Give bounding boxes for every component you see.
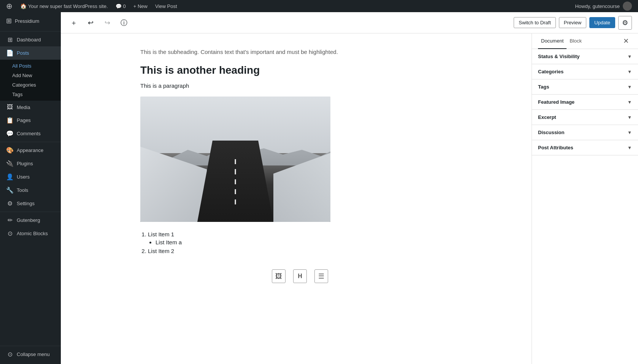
- howdy-item[interactable]: Howdy, gutencourse: [572, 0, 635, 12]
- list-sub-item-a[interactable]: List Item a: [156, 239, 460, 245]
- media-label: Media: [17, 104, 30, 110]
- appearance-icon: 🎨: [6, 147, 14, 154]
- site-name-label: Your new super fast WordPress site.: [28, 3, 108, 9]
- brand-icon: ⊞: [6, 17, 12, 25]
- post-subheading[interactable]: This is the subheading. Contains text th…: [140, 49, 460, 55]
- section-post-attributes-title: Post Attributes: [538, 145, 573, 150]
- sidebar-item-dashboard[interactable]: ⊞ Dashboard: [0, 33, 61, 46]
- post-image-block[interactable]: [140, 97, 330, 222]
- users-label: Users: [17, 174, 30, 180]
- update-button[interactable]: Update: [589, 17, 615, 28]
- sidebar-item-posts[interactable]: 📄 Posts: [0, 46, 61, 60]
- howdy-label: Howdy, gutencourse: [575, 3, 620, 9]
- panel-close-button[interactable]: ✕: [620, 34, 632, 48]
- submenu-add-new[interactable]: Add New: [12, 71, 61, 80]
- sidebar-item-gutenberg[interactable]: ✏ Gutenberg: [0, 214, 61, 227]
- info-button[interactable]: ⓘ: [117, 16, 131, 30]
- submenu-categories[interactable]: Categories: [12, 80, 61, 90]
- list-insert-icon: ☰: [318, 272, 324, 280]
- tab-block[interactable]: Block: [567, 33, 585, 49]
- tab-document[interactable]: Document: [538, 33, 567, 49]
- sidebar-item-tools[interactable]: 🔧 Tools: [0, 184, 61, 197]
- list-item-2[interactable]: List Item 2: [148, 248, 460, 254]
- plugins-label: Plugins: [17, 161, 33, 166]
- wp-logo-item[interactable]: ⊕: [3, 0, 16, 12]
- section-post-attributes-header[interactable]: Post Attributes ▼: [532, 140, 638, 155]
- brand-name: Pressidium: [15, 18, 39, 24]
- posts-icon: 📄: [6, 49, 14, 57]
- insert-list-button[interactable]: ☰: [314, 269, 328, 283]
- comments-icon: 💬: [116, 3, 122, 9]
- heading-insert-icon: H: [298, 273, 302, 280]
- section-status-visibility-chevron: ▼: [627, 54, 632, 59]
- settings-label: Settings: [17, 201, 35, 206]
- switch-draft-button[interactable]: Switch to Draft: [514, 17, 556, 28]
- section-categories-chevron: ▼: [627, 69, 632, 74]
- sidebar-item-appearance[interactable]: 🎨 Appearance: [0, 144, 61, 157]
- content-area[interactable]: This is the subheading. Contains text th…: [61, 33, 532, 364]
- section-categories-header[interactable]: Categories ▼: [532, 64, 638, 79]
- view-post-item[interactable]: View Post: [152, 0, 180, 12]
- new-item[interactable]: + New: [130, 0, 151, 12]
- sidebar-item-users[interactable]: 👤 Users: [0, 170, 61, 184]
- section-excerpt-chevron: ▼: [627, 115, 632, 120]
- site-name-item[interactable]: 🏠 Your new super fast WordPress site.: [17, 0, 111, 12]
- sidebar-brand[interactable]: ⊞ Pressidium: [0, 12, 61, 30]
- sidebar-item-pages[interactable]: 📋 Pages: [0, 114, 61, 127]
- settings-panel-button[interactable]: ⚙: [618, 16, 632, 30]
- sidebar-collapse-menu[interactable]: ⊙ Collapse menu: [0, 348, 61, 361]
- insert-heading-button[interactable]: H: [293, 269, 307, 283]
- add-block-button[interactable]: ＋: [67, 16, 81, 30]
- preview-button[interactable]: Preview: [559, 17, 586, 28]
- panel-content: Status & Visibility ▼ Categories ▼ Tags: [532, 49, 638, 364]
- submenu-tags[interactable]: Tags: [12, 90, 61, 99]
- sidebar-item-plugins[interactable]: 🔌 Plugins: [0, 157, 61, 170]
- undo-button[interactable]: ↩: [84, 16, 97, 30]
- section-discussion: Discussion ▼: [532, 125, 638, 140]
- section-discussion-header[interactable]: Discussion ▼: [532, 125, 638, 140]
- section-excerpt-title: Excerpt: [538, 114, 556, 120]
- redo-button[interactable]: ↪: [100, 16, 114, 30]
- section-post-attributes-chevron: ▼: [627, 145, 632, 150]
- sidebar-item-media[interactable]: 🖼 Media: [0, 101, 61, 114]
- pages-icon: 📋: [6, 117, 14, 124]
- collapse-label: Collapse menu: [17, 351, 50, 357]
- sidebar-item-settings[interactable]: ⚙ Settings: [0, 197, 61, 210]
- section-featured-image-header[interactable]: Featured Image ▼: [532, 95, 638, 109]
- settings-icon: ⚙: [6, 200, 14, 207]
- section-featured-image-title: Featured Image: [538, 99, 575, 105]
- preview-label: Preview: [564, 20, 581, 25]
- settings-panel-icon: ⚙: [622, 19, 628, 27]
- section-excerpt-header[interactable]: Excerpt ▼: [532, 110, 638, 125]
- sidebar-item-atomic-blocks[interactable]: ⊙ Atomic Blocks: [0, 227, 61, 240]
- gutenberg-icon: ✏: [6, 217, 14, 224]
- wp-logo-icon: ⊕: [6, 2, 13, 11]
- site-icon: 🏠: [20, 3, 27, 9]
- insert-image-button[interactable]: 🖼: [272, 269, 286, 283]
- section-categories: Categories ▼: [532, 64, 638, 79]
- post-list-block[interactable]: List Item 1 List Item a List Item 2: [140, 231, 460, 254]
- redo-icon: ↪: [105, 19, 110, 27]
- comments-item[interactable]: 💬 0: [113, 0, 129, 12]
- post-heading[interactable]: This is another heading: [140, 64, 460, 76]
- section-status-visibility-header[interactable]: Status & Visibility ▼: [532, 49, 638, 64]
- image-insert-icon: 🖼: [275, 272, 282, 280]
- list-item-1[interactable]: List Item 1 List Item a: [148, 231, 460, 245]
- gutenberg-label: Gutenberg: [17, 217, 40, 223]
- media-icon: 🖼: [6, 104, 14, 111]
- submenu-all-posts[interactable]: All Posts: [12, 61, 61, 71]
- post-paragraph[interactable]: This is a paragraph: [140, 82, 460, 89]
- tools-label: Tools: [17, 187, 28, 193]
- editor-toolbar: ＋ ↩ ↪ ⓘ Switch to Draft Preview Update: [61, 12, 638, 33]
- appearance-label: Appearance: [17, 147, 43, 153]
- comments-nav-label: Comments: [17, 131, 41, 136]
- section-tags-chevron: ▼: [627, 84, 632, 90]
- section-categories-title: Categories: [538, 69, 563, 74]
- sidebar-item-comments[interactable]: 💬 Comments: [0, 127, 61, 140]
- add-block-icon: ＋: [70, 18, 77, 27]
- block-inserter-row: 🖼 H ☰: [140, 262, 460, 291]
- info-icon: ⓘ: [121, 18, 127, 27]
- admin-bar: ⊕ 🏠 Your new super fast WordPress site. …: [0, 0, 638, 12]
- section-tags-header[interactable]: Tags ▼: [532, 79, 638, 94]
- atomic-blocks-label: Atomic Blocks: [17, 231, 48, 236]
